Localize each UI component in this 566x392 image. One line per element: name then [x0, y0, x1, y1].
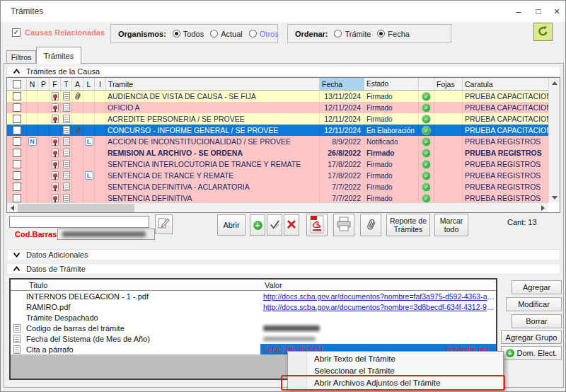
col-estado[interactable]: Estado — [364, 78, 419, 90]
datos-row[interactable]: RAMIRO.pdfhttp://docs.scba.gov.ar/docume… — [11, 301, 496, 312]
borrar-button[interactable]: Borrar — [512, 314, 562, 328]
refresh-button[interactable] — [533, 23, 553, 41]
abrir-button[interactable]: Abrir — [217, 214, 246, 236]
row-checkbox[interactable] — [13, 183, 21, 191]
col-f[interactable]: F — [50, 78, 61, 90]
print-button[interactable] — [333, 214, 354, 236]
row-checkbox[interactable] — [13, 171, 21, 180]
reporte-tramites-button[interactable]: Reporte de Trámites — [386, 214, 430, 236]
row-checkbox[interactable] — [13, 92, 21, 100]
marcar-todo-button[interactable]: Marcar todo — [434, 214, 468, 236]
tramite-row[interactable]: ACREDITE PERSONERIA / SE PROVEE12/11/202… — [7, 113, 548, 125]
document-link[interactable]: http://docs.scba.gov.ar/documentos?nombr… — [263, 292, 496, 301]
scroll-down-arrow[interactable] — [549, 192, 560, 202]
grid-cell — [50, 91, 61, 102]
agregar-grupo-button[interactable]: Agregar Grupo — [501, 330, 562, 344]
section-datos-adicionales[interactable]: Datos Adicionales — [6, 249, 560, 260]
vertical-scrollbar[interactable] — [548, 78, 560, 202]
col-p[interactable]: P — [38, 78, 50, 90]
texto-icon — [63, 160, 70, 168]
col-a[interactable]: A — [72, 78, 83, 90]
menu-item-2[interactable]: Seleccionar el Trámite — [288, 364, 503, 376]
menu-item-3[interactable]: Abrir Archivos Adjuntos del Trámite — [288, 376, 503, 388]
datos-row[interactable]: INTERNOS DELEGACION - 1 -.pdfhttp://docs… — [11, 291, 496, 301]
document-link[interactable]: http://docs.scba.gov.ar/documentos?nombr… — [263, 303, 496, 311]
minimize-button[interactable]: – — [510, 4, 527, 19]
tramite-row[interactable]: SENTENCIA DEFINITIVA7/7/2022Firmado✓PRUE… — [7, 192, 548, 202]
search-input[interactable] — [9, 216, 149, 228]
radio-icon — [210, 30, 218, 38]
select-all-checkbox[interactable] — [13, 80, 21, 88]
tramite-row[interactable]: AUDIENCIA DE VISTA DE CAUSA - SE FIJA13/… — [7, 91, 548, 102]
tramite-row[interactable]: OFICIO A12/11/2024Firmado✓PRUEBA CAPACIT… — [7, 102, 548, 113]
tramites-window: Trámites – □ × ✓ Causas Relacionadas Org… — [0, 0, 566, 392]
agregar-button[interactable]: Agregar — [512, 280, 562, 294]
tramite-row[interactable]: NLACCION DE INCONSTITUCIONALIDAD / SE PR… — [7, 136, 548, 147]
attachments-button[interactable] — [360, 214, 381, 236]
tramite-row[interactable]: SENTENCIA DEFINITIVA - ACLARATORIA7/7/20… — [7, 181, 548, 192]
check-edit-button[interactable] — [267, 214, 282, 236]
radio-organismos-actual[interactable]: Actual — [210, 30, 243, 38]
col-l[interactable]: L — [83, 78, 95, 90]
grid-cell — [7, 113, 27, 125]
maximize-button[interactable]: □ — [530, 4, 547, 19]
grid-cell — [38, 91, 50, 102]
delete-button[interactable] — [284, 214, 299, 236]
pdf-button[interactable] — [306, 214, 328, 236]
texto-icon — [63, 92, 70, 100]
datos-row[interactable]: Fecha del Sistema (de Mes de Año) — [11, 333, 496, 344]
scroll-left-arrow[interactable] — [7, 203, 18, 212]
dom-elect-button[interactable]: +Dom. Elect. — [501, 346, 562, 360]
radio-icon — [249, 30, 257, 38]
edit-button[interactable] — [155, 214, 173, 234]
row-checkbox[interactable] — [13, 126, 21, 134]
modificar-button[interactable]: Modificar — [506, 297, 562, 311]
firmado-icon — [52, 160, 59, 168]
section-tramites-de-la-causa[interactable]: Trámites de la Causa — [6, 66, 560, 77]
cell-fecha: 7/7/2022 — [320, 192, 364, 202]
close-button[interactable]: × — [548, 4, 565, 19]
cell-fojas — [434, 125, 463, 136]
horizontal-scrollbar[interactable] — [7, 202, 548, 212]
grid-cell: ✓ — [419, 181, 434, 192]
row-checkbox[interactable] — [13, 103, 21, 112]
radio-organismos-todos[interactable]: Todos — [173, 30, 204, 38]
col-i[interactable]: I — [95, 78, 106, 90]
datos-row[interactable]: Trámite Despachado — [11, 312, 496, 323]
radio-organismos-otros[interactable]: Otros — [249, 30, 279, 38]
section-datos-de-tramite[interactable]: Datos de Trámite — [6, 263, 560, 275]
tab-tramites[interactable]: Trámites — [36, 47, 81, 64]
radio-ordenar-tramite[interactable]: Trámite — [334, 30, 371, 38]
datos-row[interactable]: Codigo de barras del trámite — [11, 323, 496, 333]
row-checkbox[interactable] — [13, 194, 21, 202]
tramite-row[interactable]: LSENTENCIA DE TRANCE Y REMATE17/8/2022Fi… — [7, 170, 548, 181]
codbarras-value-redacted[interactable] — [57, 229, 155, 240]
col-caratula[interactable]: Caratula — [463, 78, 550, 90]
tab-filtros[interactable]: Filtros — [6, 50, 36, 64]
redacted-value — [263, 325, 320, 331]
radio-ordenar-fecha[interactable]: Fecha — [377, 30, 410, 38]
causas-relacionadas-checkbox[interactable]: ✓ — [12, 28, 21, 37]
row-checkbox[interactable] — [13, 160, 21, 168]
tramite-row[interactable]: CONCURSO - INFORME GENERAL / SE PROVEE12… — [7, 125, 548, 136]
row-checkbox[interactable] — [13, 137, 21, 146]
col-check[interactable] — [419, 78, 434, 90]
scrollbar-thumb[interactable] — [18, 204, 134, 212]
add-button[interactable]: + — [250, 214, 265, 236]
red-x-icon — [287, 219, 296, 231]
cell-tramite: AUDIENCIA DE VISTA DE CAUSA - SE FIJA — [106, 91, 320, 102]
grid-cell — [50, 125, 61, 136]
scroll-right-arrow[interactable] — [538, 203, 548, 212]
texto-icon — [63, 149, 70, 157]
col-n[interactable]: N — [27, 78, 38, 90]
row-checkbox[interactable] — [13, 149, 21, 157]
col-fojas[interactable]: Fojas — [434, 78, 463, 90]
tramite-row[interactable]: SENTENCIA INTERLOCUTORIA DE TRANCE Y REM… — [7, 158, 548, 170]
menu-item-1[interactable]: Abrir Texto del Trámite — [288, 352, 503, 364]
col-t[interactable]: T — [61, 78, 72, 90]
scroll-up-arrow[interactable] — [549, 78, 560, 88]
tramite-row[interactable]: REMISION AL ARCHIVO - SE ORDENA26/8/2022… — [7, 147, 548, 158]
row-checkbox[interactable] — [13, 115, 21, 123]
col-fecha[interactable]: Fecha — [320, 78, 364, 90]
col-tramite[interactable]: Tramite — [106, 78, 320, 90]
